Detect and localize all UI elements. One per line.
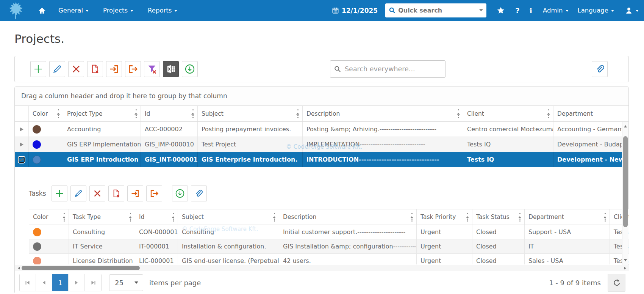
cell-project-type: GIS ERP Introduction: [63, 152, 141, 167]
scroll-right-icon[interactable]: [624, 267, 628, 270]
column-header-color[interactable]: Color: [29, 209, 69, 225]
sort-icon[interactable]: [191, 109, 194, 118]
tasks-add-button[interactable]: [52, 186, 67, 201]
scroll-down-icon[interactable]: [624, 259, 627, 263]
favorites-button[interactable]: [496, 6, 505, 15]
add-button[interactable]: [30, 61, 46, 77]
cell-priority: Urgent: [417, 239, 472, 253]
tasks-import-button[interactable]: [127, 186, 143, 201]
sort-icon[interactable]: [134, 109, 138, 118]
menu-language[interactable]: Language: [578, 7, 614, 14]
scrollbar-thumb[interactable]: [623, 136, 628, 227]
tasks-delete-button[interactable]: [89, 186, 105, 201]
sort-icon[interactable]: [547, 109, 550, 118]
attachments-button[interactable]: [592, 61, 608, 77]
sort-icon[interactable]: [603, 213, 606, 222]
horizontal-scrollbar[interactable]: [15, 265, 629, 271]
scroll-up-icon[interactable]: [624, 124, 627, 127]
scrollbar-thumb[interactable]: [22, 266, 140, 270]
tasks-delete-document-button[interactable]: [108, 186, 124, 201]
column-header-task-status[interactable]: Task Status: [472, 209, 525, 225]
menu-projects[interactable]: Projects: [103, 7, 133, 14]
export-button[interactable]: [125, 61, 141, 77]
sort-icon[interactable]: [273, 213, 276, 222]
x-icon: [93, 189, 102, 198]
user-menu[interactable]: [625, 6, 639, 15]
clear-filter-button[interactable]: [144, 61, 160, 77]
cell-description: IMPLEMENTATION--------------------------…: [303, 137, 463, 152]
search-everywhere-input[interactable]: [330, 60, 445, 78]
sort-icon[interactable]: [172, 213, 175, 222]
cell-subject: GIS end-user license. (Perpetual.): [178, 254, 279, 264]
sort-icon[interactable]: [518, 213, 521, 222]
chevron-down-icon: [86, 10, 89, 13]
info-icon[interactable]: i: [530, 6, 532, 15]
column-header-task-priority[interactable]: Task Priority: [417, 209, 472, 225]
download-button[interactable]: [182, 61, 198, 77]
pencil-icon: [52, 64, 62, 74]
help-icon[interactable]: ?: [515, 6, 520, 15]
sort-icon[interactable]: [57, 109, 60, 118]
table-row[interactable]: Accounting ACC-000002 Posting prepayment…: [15, 122, 628, 137]
top-navbar: General Projects Reports 12/1/2025 ? i A…: [0, 0, 644, 21]
menu-reports[interactable]: Reports: [148, 7, 177, 14]
column-header-color[interactable]: Color: [29, 106, 63, 121]
previous-page-button[interactable]: [36, 274, 52, 291]
export-excel-button[interactable]: [163, 61, 179, 77]
refresh-button[interactable]: [608, 274, 625, 292]
collapse-row-icon[interactable]: [19, 157, 25, 163]
tasks-download-button[interactable]: [172, 186, 188, 201]
sort-icon[interactable]: [63, 213, 66, 222]
column-header-task-type[interactable]: Task Type: [69, 209, 135, 225]
tasks-edit-button[interactable]: [70, 186, 86, 201]
edit-button[interactable]: [49, 61, 65, 77]
scroll-left-icon[interactable]: [16, 267, 20, 270]
tasks-export-button[interactable]: [146, 186, 162, 201]
column-header-description[interactable]: Description: [303, 106, 463, 121]
column-header-subject[interactable]: Subject: [198, 106, 303, 121]
paperclip-icon: [595, 64, 605, 74]
sort-icon[interactable]: [129, 213, 132, 222]
page-size-select[interactable]: 25: [109, 274, 143, 291]
column-header-project-type[interactable]: Project Type: [63, 106, 141, 121]
chevron-down-icon[interactable]: [479, 9, 483, 13]
sort-icon[interactable]: [296, 109, 299, 118]
last-page-button[interactable]: [85, 274, 101, 291]
column-header-department[interactable]: Department: [553, 106, 623, 121]
current-date[interactable]: 12/1/2025: [332, 7, 378, 14]
expand-row-icon[interactable]: [20, 127, 23, 131]
column-header-description[interactable]: Description: [279, 209, 417, 225]
table-row[interactable]: Consulting CON-000001 Consulting Initial…: [29, 225, 629, 239]
next-page-button[interactable]: [69, 274, 85, 291]
home-icon: [38, 6, 46, 15]
column-header-department[interactable]: Department: [525, 209, 610, 225]
tasks-attachments-button[interactable]: [191, 186, 207, 201]
import-button[interactable]: [106, 61, 122, 77]
group-drop-area[interactable]: Drag a column header and drop it here to…: [15, 87, 628, 106]
table-row[interactable]: GIS ERP Implementation GIS_IMP-000010 Te…: [15, 137, 628, 152]
sort-icon[interactable]: [466, 213, 469, 222]
column-header-id[interactable]: Id: [135, 209, 178, 225]
cell-department: Development - New Yo: [553, 152, 623, 167]
table-row-selected[interactable]: GIS ERP Introduction GIS_INT-000001 GIS …: [15, 152, 628, 167]
table-row[interactable]: IT Service IT-000001 Installation & conf…: [29, 239, 629, 254]
color-dot: [33, 257, 41, 265]
menu-general[interactable]: General: [58, 7, 89, 14]
menu-admin[interactable]: Admin: [543, 7, 569, 14]
sort-icon[interactable]: [457, 109, 460, 118]
expand-row-icon[interactable]: [20, 143, 23, 146]
first-page-button[interactable]: [20, 274, 36, 291]
column-header-subject[interactable]: Subject: [178, 209, 279, 225]
vertical-scrollbar[interactable]: [622, 122, 628, 265]
page-size-value: 25: [115, 279, 123, 287]
table-row[interactable]: License Distribution LIC-000001 GIS end-…: [29, 254, 629, 264]
chevron-down-icon: [566, 10, 569, 13]
delete-document-button[interactable]: [87, 61, 103, 77]
home-button[interactable]: [38, 6, 46, 15]
sort-icon[interactable]: [410, 213, 413, 222]
column-header-id[interactable]: Id: [141, 106, 198, 121]
quick-search-input[interactable]: [385, 3, 486, 17]
delete-button[interactable]: [68, 61, 84, 77]
current-page-button[interactable]: 1: [52, 274, 69, 291]
column-header-client[interactable]: Client: [463, 106, 553, 121]
